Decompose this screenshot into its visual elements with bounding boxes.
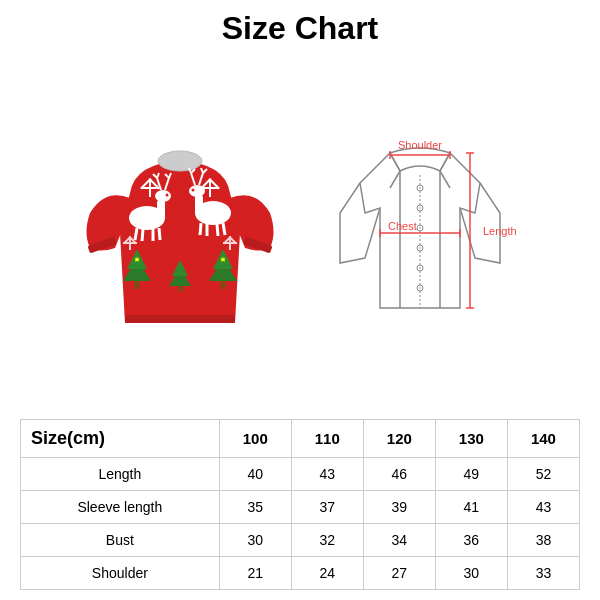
col-130: 130 <box>435 420 507 458</box>
row-label: Bust <box>21 524 220 557</box>
page: Size Chart <box>0 0 600 600</box>
table-row: Sleeve length3537394143 <box>21 491 580 524</box>
table-row: Length4043464952 <box>21 458 580 491</box>
svg-rect-1 <box>125 315 235 323</box>
svg-rect-54 <box>220 281 226 289</box>
col-110: 110 <box>291 420 363 458</box>
images-row: Shoulder Length Chest <box>20 57 580 409</box>
svg-text:Length: Length <box>483 225 517 237</box>
svg-point-36 <box>189 185 205 197</box>
svg-line-30 <box>142 229 143 241</box>
col-100: 100 <box>219 420 291 458</box>
cell: 21 <box>219 557 291 590</box>
cell: 30 <box>219 524 291 557</box>
svg-line-29 <box>135 228 137 240</box>
svg-line-59 <box>390 171 400 188</box>
cell: 24 <box>291 557 363 590</box>
svg-point-33 <box>166 194 169 197</box>
svg-line-60 <box>440 171 450 188</box>
shirt-diagram: Shoulder Length Chest <box>310 128 530 338</box>
cell: 27 <box>363 557 435 590</box>
cell: 36 <box>435 524 507 557</box>
sweater-illustration <box>70 128 290 338</box>
svg-line-43 <box>223 223 225 235</box>
size-table: Size(cm) 100 110 120 130 140 Length40434… <box>20 419 580 590</box>
cell: 35 <box>219 491 291 524</box>
row-label: Length <box>21 458 220 491</box>
size-header: Size(cm) <box>21 420 220 458</box>
svg-rect-58 <box>178 286 183 292</box>
svg-rect-21 <box>157 200 165 220</box>
col-140: 140 <box>507 420 579 458</box>
svg-rect-5 <box>141 187 159 189</box>
svg-point-22 <box>155 190 171 202</box>
cell: 32 <box>291 524 363 557</box>
cell: 37 <box>291 491 363 524</box>
col-120: 120 <box>363 420 435 458</box>
svg-line-44 <box>217 224 218 236</box>
table-row: Shoulder2124273033 <box>21 557 580 590</box>
cell: 39 <box>363 491 435 524</box>
svg-rect-50 <box>134 281 140 289</box>
cell: 30 <box>435 557 507 590</box>
cell: 46 <box>363 458 435 491</box>
cell: 52 <box>507 458 579 491</box>
svg-rect-35 <box>195 195 203 215</box>
page-title: Size Chart <box>222 10 378 47</box>
svg-point-0 <box>158 151 202 171</box>
cell: 49 <box>435 458 507 491</box>
svg-text:Chest: Chest <box>388 220 417 232</box>
svg-line-46 <box>200 223 201 235</box>
row-label: Sleeve length <box>21 491 220 524</box>
cell: 38 <box>507 524 579 557</box>
table-row: Bust3032343638 <box>21 524 580 557</box>
cell: 34 <box>363 524 435 557</box>
cell: 40 <box>219 458 291 491</box>
cell: 41 <box>435 491 507 524</box>
cell: 43 <box>507 491 579 524</box>
svg-text:Shoulder: Shoulder <box>398 139 442 151</box>
cell: 43 <box>291 458 363 491</box>
cell: 33 <box>507 557 579 590</box>
svg-point-47 <box>192 189 195 192</box>
row-label: Shoulder <box>21 557 220 590</box>
svg-line-32 <box>159 228 160 240</box>
